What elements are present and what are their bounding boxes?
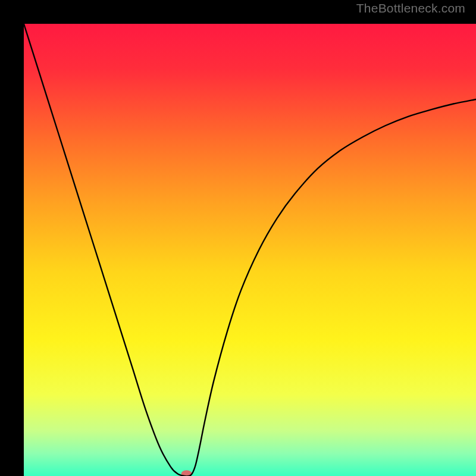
chart-frame [12, 12, 464, 464]
gradient-background [24, 24, 476, 476]
chart-svg [24, 24, 476, 476]
plot-area [24, 24, 476, 476]
watermark-text: TheBottleneck.com [356, 1, 465, 15]
